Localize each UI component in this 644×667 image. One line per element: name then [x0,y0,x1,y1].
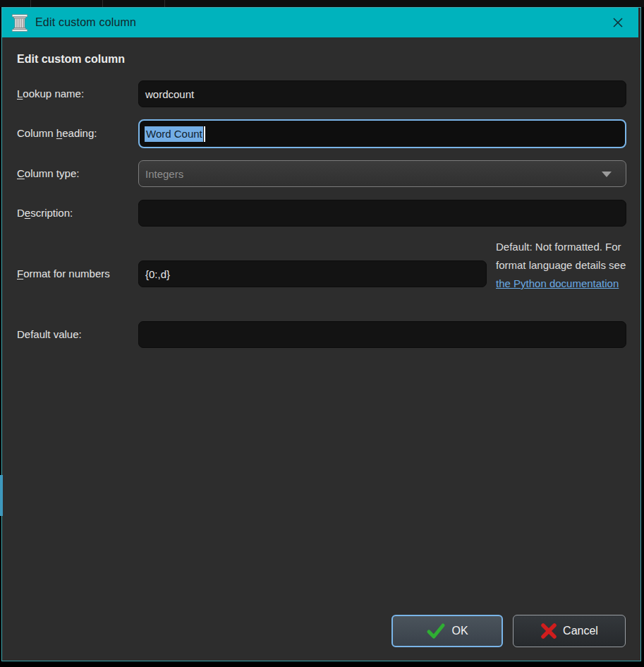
format-input[interactable]: {0:,d} [138,260,487,287]
description-label: Description: [17,200,73,227]
dialog-title: Edit custom column [35,16,136,29]
cancel-x-icon [540,623,557,639]
label-text-segment: olumn type: [25,167,80,179]
edit-custom-column-dialog: Edit custom column Edit custom column Lo… [1,7,641,661]
dropdown-arrow-icon [602,172,612,177]
background-tab-strip [0,0,644,7]
default-value-input[interactable] [138,321,626,348]
description-input[interactable] [138,200,626,227]
selected-option: Integers [145,168,183,180]
custom-column-icon [11,13,29,32]
tab-separator [102,0,103,7]
ok-button-label: OK [451,625,468,637]
selected-text: Word Count [145,126,203,142]
label-text-segment: F [17,268,23,280]
column-heading-label: Column heading: [17,120,97,147]
label-text-segment: Column [17,127,56,139]
lookup-name-label: Lookup name: [17,80,84,107]
label-text-segment: scription: [30,207,73,219]
ok-button[interactable]: OK [391,615,503,647]
python-documentation-link[interactable]: the Python documentation [496,277,619,289]
label-text-segment: D [17,207,25,219]
label-text-segment: Default value: [17,328,82,340]
input-value: {0:,d} [145,268,170,280]
label-text-segment: ormat for numbers [23,268,110,280]
column-type-label: Column type: [17,160,79,187]
text-cursor [204,126,205,142]
close-button[interactable] [607,8,628,37]
cancel-button[interactable]: Cancel [513,615,626,647]
label-text-segment: h [56,127,62,139]
help-text: Default: Not formatted. For format langu… [496,241,626,271]
tab-separator [164,0,165,7]
dialog-titlebar[interactable]: Edit custom column [2,8,638,37]
column-type-select: Integers [138,160,626,187]
column-heading-input[interactable]: Word Count [138,119,626,148]
lookup-name-input[interactable]: wordcount [138,80,626,107]
default-value-label: Default value: [17,321,82,348]
input-value: wordcount [145,88,194,100]
format-label: Format for numbers [17,260,110,287]
background-scrollbar-fragment [0,475,3,516]
label-text-segment: ookup name: [23,88,84,100]
close-icon [612,16,624,29]
dialog-heading: Edit custom column [17,53,125,66]
label-text-segment: C [17,167,25,179]
cancel-button-label: Cancel [563,625,598,637]
label-text-segment: e [25,207,30,219]
check-icon [426,623,446,639]
label-text-segment: eading: [62,127,97,139]
format-help-text: Default: Not formatted. For format langu… [496,238,628,293]
tab-separator [30,0,31,7]
